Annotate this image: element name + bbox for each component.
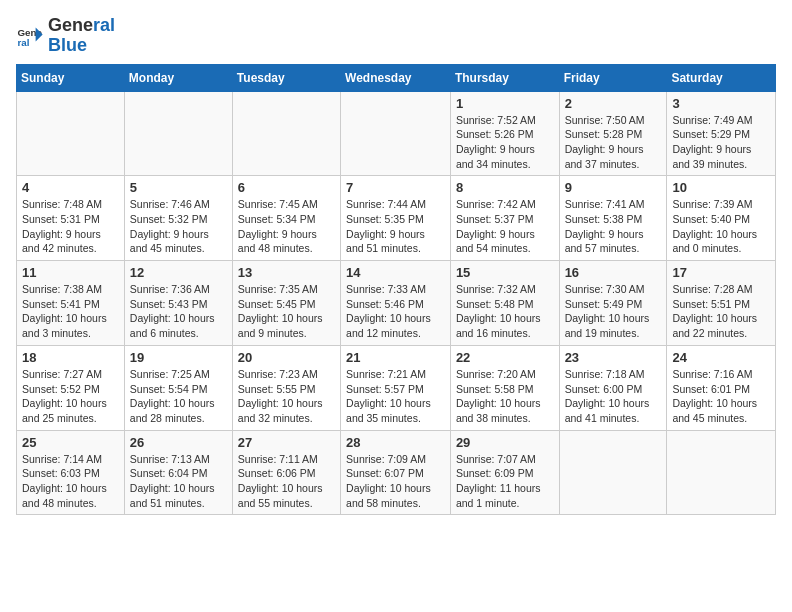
day-info: Sunrise: 7:14 AMSunset: 6:03 PMDaylight:… (22, 452, 119, 511)
day-number: 24 (672, 350, 770, 365)
logo-icon: Gene ral (16, 22, 44, 50)
page-header: Gene ral GeneralBlue (16, 16, 776, 56)
day-number: 7 (346, 180, 445, 195)
calendar-cell (17, 91, 125, 176)
day-info: Sunrise: 7:18 AMSunset: 6:00 PMDaylight:… (565, 367, 662, 426)
svg-text:ral: ral (17, 37, 29, 48)
day-info: Sunrise: 7:09 AMSunset: 6:07 PMDaylight:… (346, 452, 445, 511)
calendar-cell: 28Sunrise: 7:09 AMSunset: 6:07 PMDayligh… (341, 430, 451, 515)
day-number: 23 (565, 350, 662, 365)
day-info: Sunrise: 7:36 AMSunset: 5:43 PMDaylight:… (130, 282, 227, 341)
calendar-cell (667, 430, 776, 515)
day-number: 2 (565, 96, 662, 111)
day-info: Sunrise: 7:32 AMSunset: 5:48 PMDaylight:… (456, 282, 554, 341)
day-info: Sunrise: 7:13 AMSunset: 6:04 PMDaylight:… (130, 452, 227, 511)
day-number: 13 (238, 265, 335, 280)
calendar-cell: 13Sunrise: 7:35 AMSunset: 5:45 PMDayligh… (232, 261, 340, 346)
day-number: 17 (672, 265, 770, 280)
day-info: Sunrise: 7:42 AMSunset: 5:37 PMDaylight:… (456, 197, 554, 256)
day-number: 28 (346, 435, 445, 450)
day-info: Sunrise: 7:39 AMSunset: 5:40 PMDaylight:… (672, 197, 770, 256)
week-row-5: 25Sunrise: 7:14 AMSunset: 6:03 PMDayligh… (17, 430, 776, 515)
logo-text: GeneralBlue (48, 16, 115, 56)
calendar-cell: 4Sunrise: 7:48 AMSunset: 5:31 PMDaylight… (17, 176, 125, 261)
day-number: 4 (22, 180, 119, 195)
calendar-cell: 14Sunrise: 7:33 AMSunset: 5:46 PMDayligh… (341, 261, 451, 346)
calendar-cell: 29Sunrise: 7:07 AMSunset: 6:09 PMDayligh… (450, 430, 559, 515)
day-number: 26 (130, 435, 227, 450)
day-header-wednesday: Wednesday (341, 64, 451, 91)
day-header-saturday: Saturday (667, 64, 776, 91)
day-number: 12 (130, 265, 227, 280)
calendar-cell (341, 91, 451, 176)
calendar-header-row: SundayMondayTuesdayWednesdayThursdayFrid… (17, 64, 776, 91)
calendar-cell: 27Sunrise: 7:11 AMSunset: 6:06 PMDayligh… (232, 430, 340, 515)
day-number: 19 (130, 350, 227, 365)
day-info: Sunrise: 7:46 AMSunset: 5:32 PMDaylight:… (130, 197, 227, 256)
day-number: 16 (565, 265, 662, 280)
day-info: Sunrise: 7:21 AMSunset: 5:57 PMDaylight:… (346, 367, 445, 426)
calendar-cell (124, 91, 232, 176)
calendar-cell: 5Sunrise: 7:46 AMSunset: 5:32 PMDaylight… (124, 176, 232, 261)
week-row-1: 1Sunrise: 7:52 AMSunset: 5:26 PMDaylight… (17, 91, 776, 176)
calendar-cell: 25Sunrise: 7:14 AMSunset: 6:03 PMDayligh… (17, 430, 125, 515)
week-row-3: 11Sunrise: 7:38 AMSunset: 5:41 PMDayligh… (17, 261, 776, 346)
calendar-body: 1Sunrise: 7:52 AMSunset: 5:26 PMDaylight… (17, 91, 776, 515)
day-number: 29 (456, 435, 554, 450)
calendar-cell: 21Sunrise: 7:21 AMSunset: 5:57 PMDayligh… (341, 345, 451, 430)
day-info: Sunrise: 7:41 AMSunset: 5:38 PMDaylight:… (565, 197, 662, 256)
calendar-cell (559, 430, 667, 515)
day-info: Sunrise: 7:20 AMSunset: 5:58 PMDaylight:… (456, 367, 554, 426)
day-number: 8 (456, 180, 554, 195)
day-header-monday: Monday (124, 64, 232, 91)
calendar-cell: 8Sunrise: 7:42 AMSunset: 5:37 PMDaylight… (450, 176, 559, 261)
calendar-cell: 16Sunrise: 7:30 AMSunset: 5:49 PMDayligh… (559, 261, 667, 346)
calendar-cell: 2Sunrise: 7:50 AMSunset: 5:28 PMDaylight… (559, 91, 667, 176)
day-number: 10 (672, 180, 770, 195)
calendar-cell: 7Sunrise: 7:44 AMSunset: 5:35 PMDaylight… (341, 176, 451, 261)
calendar-cell: 11Sunrise: 7:38 AMSunset: 5:41 PMDayligh… (17, 261, 125, 346)
day-info: Sunrise: 7:07 AMSunset: 6:09 PMDaylight:… (456, 452, 554, 511)
calendar-cell: 18Sunrise: 7:27 AMSunset: 5:52 PMDayligh… (17, 345, 125, 430)
day-info: Sunrise: 7:27 AMSunset: 5:52 PMDaylight:… (22, 367, 119, 426)
calendar-cell: 15Sunrise: 7:32 AMSunset: 5:48 PMDayligh… (450, 261, 559, 346)
day-number: 6 (238, 180, 335, 195)
day-info: Sunrise: 7:44 AMSunset: 5:35 PMDaylight:… (346, 197, 445, 256)
day-info: Sunrise: 7:23 AMSunset: 5:55 PMDaylight:… (238, 367, 335, 426)
calendar-cell: 23Sunrise: 7:18 AMSunset: 6:00 PMDayligh… (559, 345, 667, 430)
week-row-4: 18Sunrise: 7:27 AMSunset: 5:52 PMDayligh… (17, 345, 776, 430)
week-row-2: 4Sunrise: 7:48 AMSunset: 5:31 PMDaylight… (17, 176, 776, 261)
day-info: Sunrise: 7:48 AMSunset: 5:31 PMDaylight:… (22, 197, 119, 256)
day-number: 25 (22, 435, 119, 450)
calendar-table: SundayMondayTuesdayWednesdayThursdayFrid… (16, 64, 776, 516)
day-info: Sunrise: 7:11 AMSunset: 6:06 PMDaylight:… (238, 452, 335, 511)
day-header-thursday: Thursday (450, 64, 559, 91)
calendar-cell: 17Sunrise: 7:28 AMSunset: 5:51 PMDayligh… (667, 261, 776, 346)
day-header-sunday: Sunday (17, 64, 125, 91)
day-info: Sunrise: 7:28 AMSunset: 5:51 PMDaylight:… (672, 282, 770, 341)
day-number: 22 (456, 350, 554, 365)
day-number: 9 (565, 180, 662, 195)
day-info: Sunrise: 7:45 AMSunset: 5:34 PMDaylight:… (238, 197, 335, 256)
calendar-cell: 26Sunrise: 7:13 AMSunset: 6:04 PMDayligh… (124, 430, 232, 515)
calendar-cell (232, 91, 340, 176)
calendar-cell: 1Sunrise: 7:52 AMSunset: 5:26 PMDaylight… (450, 91, 559, 176)
day-number: 1 (456, 96, 554, 111)
day-info: Sunrise: 7:33 AMSunset: 5:46 PMDaylight:… (346, 282, 445, 341)
day-number: 20 (238, 350, 335, 365)
calendar-cell: 20Sunrise: 7:23 AMSunset: 5:55 PMDayligh… (232, 345, 340, 430)
day-number: 21 (346, 350, 445, 365)
day-info: Sunrise: 7:16 AMSunset: 6:01 PMDaylight:… (672, 367, 770, 426)
day-info: Sunrise: 7:50 AMSunset: 5:28 PMDaylight:… (565, 113, 662, 172)
day-number: 5 (130, 180, 227, 195)
calendar-cell: 6Sunrise: 7:45 AMSunset: 5:34 PMDaylight… (232, 176, 340, 261)
day-number: 3 (672, 96, 770, 111)
calendar-cell: 9Sunrise: 7:41 AMSunset: 5:38 PMDaylight… (559, 176, 667, 261)
day-info: Sunrise: 7:35 AMSunset: 5:45 PMDaylight:… (238, 282, 335, 341)
day-number: 11 (22, 265, 119, 280)
day-info: Sunrise: 7:25 AMSunset: 5:54 PMDaylight:… (130, 367, 227, 426)
day-header-tuesday: Tuesday (232, 64, 340, 91)
day-header-friday: Friday (559, 64, 667, 91)
calendar-cell: 22Sunrise: 7:20 AMSunset: 5:58 PMDayligh… (450, 345, 559, 430)
day-number: 14 (346, 265, 445, 280)
